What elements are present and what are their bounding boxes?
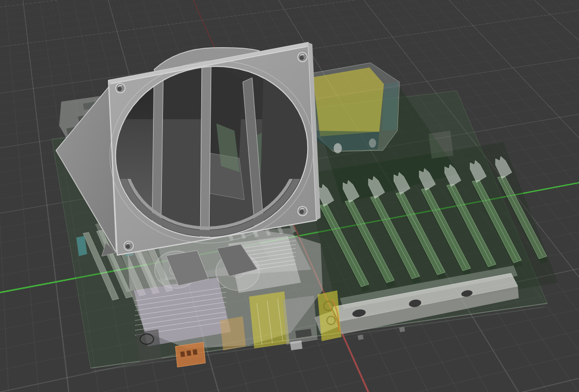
ghost-component xyxy=(429,131,453,159)
psu-top-face xyxy=(313,67,384,136)
psu-foot xyxy=(334,143,342,153)
round-port xyxy=(140,334,154,344)
tan-block xyxy=(220,316,246,351)
psu-side-right xyxy=(382,82,398,131)
psu-box[interactable] xyxy=(309,63,399,153)
duct-vane xyxy=(200,64,211,241)
orange-connector xyxy=(175,342,205,367)
white-bit xyxy=(290,341,302,351)
viewport-3d[interactable] xyxy=(0,0,579,392)
psu-foot xyxy=(369,138,376,148)
retention-tab xyxy=(399,327,405,332)
retention-tab xyxy=(357,334,363,340)
dark-chip xyxy=(267,345,287,357)
